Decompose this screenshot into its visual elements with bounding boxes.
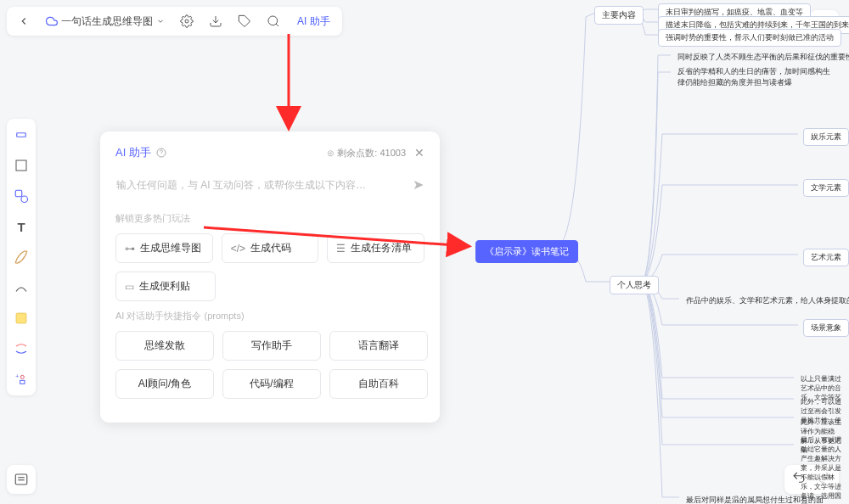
tool-sticky[interactable] [12,309,31,328]
svg-rect-11 [15,474,27,484]
help-icon[interactable] [156,148,166,158]
tool-text[interactable]: T [12,217,31,236]
node-side-3[interactable]: 艺术元素 [803,249,849,266]
node-side-4[interactable]: 场景意象 [803,319,849,337]
search-button[interactable] [263,11,284,31]
node-main-content[interactable]: 主要内容 [594,6,644,25]
tool-node[interactable] [12,126,31,144]
back-button[interactable] [14,11,34,31]
prompt-diverge[interactable]: 思维发散 [115,331,214,361]
tool-connector[interactable] [12,278,31,297]
ai-panel-title: AI 助手 [115,145,166,160]
node-thoughts[interactable]: 个人思考 [610,276,659,294]
sticky-icon: ▭ [125,281,134,293]
chip-sticky[interactable]: ▭生成便利贴 [115,272,216,301]
svg-point-6 [21,196,28,203]
mindmap-root[interactable]: 《启示录》读书笔记 [475,240,578,263]
chip-mindmap[interactable]: ⊶生成思维导图 [115,233,213,263]
svg-rect-10 [20,380,25,384]
mindmap-icon: ⊶ [125,243,135,255]
tool-pen[interactable] [12,248,31,266]
document-title[interactable]: 一句话生成思维导图 [42,14,168,29]
title-text: 一句话生成思维导图 [61,14,153,29]
ai-assistant-panel: AI 助手 ⊙ 剩余点数: 41003 ✕ ➤ 解锁更多热门玩法 ⊶生成思维导图… [100,132,440,423]
svg-rect-3 [17,133,26,137]
chevron-down-icon [156,17,165,25]
svg-line-17 [204,227,467,246]
prompt-translate[interactable]: 语言翻译 [329,331,428,361]
svg-point-1 [268,16,278,25]
outline-button[interactable] [7,465,36,494]
tag-button[interactable] [234,11,255,31]
svg-rect-4 [16,160,26,171]
tool-add[interactable]: + [12,370,31,389]
svg-rect-5 [15,190,22,197]
export-button[interactable] [205,11,226,31]
prompt-writing[interactable]: 写作助手 [222,331,321,361]
prompt-code[interactable]: 代码/编程 [222,369,321,399]
ai-prompt-input[interactable] [116,179,413,191]
svg-text:+: + [15,373,19,379]
prompt-wiki[interactable]: 自助百科 [329,369,428,399]
tool-frame[interactable] [12,156,31,175]
settings-button[interactable] [177,11,197,31]
tool-shape[interactable] [12,187,31,205]
ai-assistant-button[interactable]: AI 助手 [292,14,335,29]
node-b2[interactable]: 反省的学精和人的生日的痛苦，加时间感构生律仍能给担藏的角度并担与读者爆 [671,64,841,91]
svg-point-9 [20,375,24,378]
node-side-1[interactable]: 娱乐元素 [803,128,849,146]
node-c6[interactable]: 最后对同样是温的属局想付生过和有的面 [679,492,830,504]
node-side-2[interactable]: 文学元素 [803,179,849,197]
cloud-icon [46,15,58,27]
prompt-role[interactable]: AI顾问/角色 [115,369,214,399]
credits-label: ⊙ 剩余点数: 41003 [327,147,406,160]
svg-rect-7 [16,313,26,323]
node-c1[interactable]: 作品中的娱乐、文学和艺术元素，给人体身提取的颁感临智 [679,293,849,309]
node-a3[interactable]: 强调时势的重要性，督示人们要时刻做已准的活动 [658,29,841,47]
annotation-arrow-1 [272,34,306,132]
close-button[interactable]: ✕ [414,146,424,160]
send-button[interactable]: ➤ [413,176,424,193]
tool-more[interactable] [12,339,31,358]
svg-point-0 [185,20,188,23]
prompts-section-label: AI 对话助手快捷指令 (prompts) [115,310,424,322]
svg-line-2 [276,24,278,26]
annotation-arrow-2 [204,219,475,257]
